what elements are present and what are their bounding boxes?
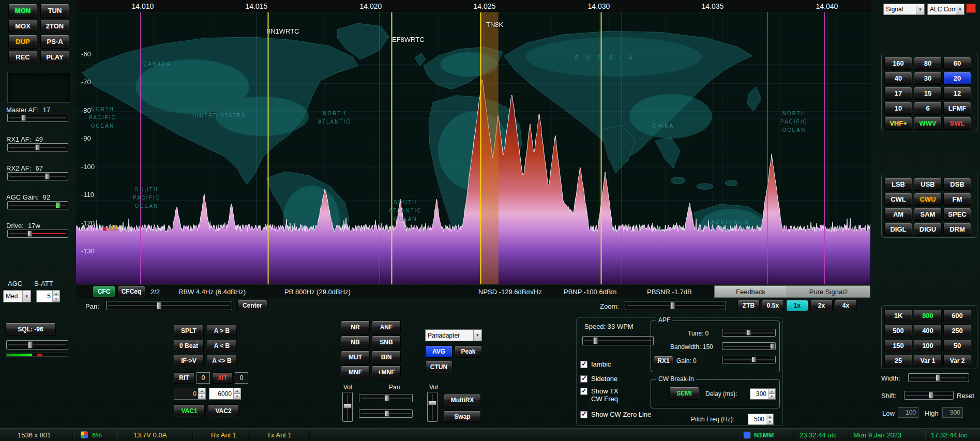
apf-tune-slider[interactable] [722,329,776,337]
band-30-button[interactable]: 30 [914,72,942,85]
master-af-slider[interactable] [7,114,68,122]
slider-thumb[interactable] [929,392,933,399]
tun-button[interactable]: TUN [40,4,69,18]
pitch-freq-spinner[interactable]: 500 [748,414,774,425]
b-to-a-button[interactable]: A < B [207,339,237,352]
drive-slider[interactable] [7,230,68,238]
slider-thumb[interactable] [936,374,940,381]
psa-button[interactable]: PS-A [40,35,69,49]
nb-button[interactable]: NB [341,336,370,348]
dup-button[interactable]: DUP [8,35,37,49]
spinner-arrows-icon[interactable] [198,388,205,399]
slider-thumb[interactable] [746,330,751,336]
agc-gain-slider[interactable] [7,201,68,209]
mute-button[interactable]: MUT [341,351,370,363]
mnf-button[interactable]: MNF [341,366,370,378]
a-swap-b-button[interactable]: A <> B [207,354,237,367]
panadapter-display[interactable]: NORTH PACIFIC OCEAN CANADA UNITED STATES… [76,12,871,284]
cfceq-button[interactable]: CFCeq [117,286,145,297]
filter-250-button[interactable]: 250 [943,324,971,337]
spinner-arrows-icon[interactable] [768,389,775,399]
rit-button[interactable]: RIT [174,372,194,384]
zoom-2x-button[interactable]: 2x [810,300,833,311]
semi-breakin-button[interactable]: SEMI [669,387,699,400]
rx-meter-select[interactable]: Signal [883,4,925,15]
mode-usb-button[interactable]: USB [914,178,942,191]
band-60-button[interactable]: 60 [943,57,971,70]
rx2-af-slider[interactable] [7,172,68,180]
mode-drm-button[interactable]: DRM [943,223,971,236]
band-lfmf-button[interactable]: LFMF [943,102,971,115]
mon-button[interactable]: MON [8,4,37,18]
band-swl-button[interactable]: SWL [943,117,971,130]
spectrum-canvas[interactable] [76,12,871,284]
mode-fm-button[interactable]: FM [943,193,971,206]
mode-am-button[interactable]: AM [884,208,912,221]
shift-slider[interactable] [904,391,954,400]
two-tone-button[interactable]: 2TON [40,19,69,33]
cw-speed-slider[interactable] [582,336,654,345]
filter-low-input[interactable]: 100 [898,407,918,418]
show-cw-zero-line-checkbox[interactable]: Show CW Zero Line [580,410,651,418]
mox-button[interactable]: MOX [8,19,37,33]
sql-button[interactable]: SQL: -96 [5,323,56,336]
pan-slider[interactable] [106,301,232,310]
slider-thumb[interactable] [21,115,26,121]
filter-400-button[interactable]: 400 [914,324,942,337]
shift-reset-button[interactable]: Reset [957,392,974,400]
filter-50-button[interactable]: 50 [943,339,971,352]
split-button[interactable]: SPLT [174,324,204,337]
a-to-b-button[interactable]: A > B [207,324,237,337]
rit-value[interactable]: 0 [197,372,210,384]
slider-thumb[interactable] [27,231,32,237]
band-15-button[interactable]: 15 [914,87,942,100]
swap-button[interactable]: Swap [444,410,481,423]
rec-button[interactable]: REC [8,50,37,64]
mode-spec-button[interactable]: SPEC [943,208,971,221]
anf-button[interactable]: ANF [372,321,401,333]
filter-high-input[interactable]: 900 [942,407,963,418]
station-label[interactable]: TN8K [486,21,503,28]
xit-button[interactable]: XIT [212,372,233,384]
filter-800-button[interactable]: 800 [914,309,942,322]
zoom-4x-button[interactable]: 4x [835,300,857,311]
slider-thumb[interactable] [670,302,675,309]
display-mode-select[interactable]: Panadapter [425,329,482,341]
iambic-checkbox[interactable]: Iambic [580,360,611,368]
puresignal2-button[interactable]: Pure Signal2 [787,286,870,297]
station-label[interactable]: EF8WRTC [392,36,425,43]
zoom-slider[interactable] [625,301,726,310]
band-20-button[interactable]: 20 [943,72,971,85]
center-button[interactable]: Center [237,300,267,311]
avg-button[interactable]: AVG [425,345,453,358]
station-label[interactable]: 8N1WRTC [267,27,299,35]
cfc-button[interactable]: CFC [93,286,115,297]
vol2-slider[interactable] [427,392,438,422]
mode-dsb-button[interactable]: DSB [943,178,971,191]
play-button[interactable]: PLAY [40,50,69,64]
filter-150-button[interactable]: 150 [884,339,912,352]
mode-lsb-button[interactable]: LSB [884,178,912,191]
slider-thumb[interactable] [385,395,389,401]
band-80-button[interactable]: 80 [914,57,942,70]
band-40-button[interactable]: 40 [884,72,912,85]
bin-button[interactable]: BIN [372,351,401,363]
vol1-slider[interactable] [342,392,353,422]
width-slider[interactable] [908,373,969,382]
spinner-arrows-icon[interactable] [233,388,240,399]
slider-thumb[interactable] [751,357,756,362]
show-tx-cw-freq-checkbox[interactable]: Show TX CW Freq [580,387,619,403]
filter-500-button[interactable]: 500 [884,324,912,337]
mode-cwu-button[interactable]: CWU [914,193,942,206]
slider-thumb[interactable] [593,337,598,344]
feedback-button[interactable]: Feedback [715,286,787,297]
band-vhf-button[interactable]: VHF+ [884,117,912,130]
rx1-af-slider[interactable] [7,143,68,151]
slider-thumb[interactable] [157,302,161,309]
ctun-button[interactable]: CTUN [425,361,453,373]
xit-value[interactable]: 0 [235,372,248,384]
band-10-button[interactable]: 10 [884,102,912,115]
mode-sam-button[interactable]: SAM [914,208,942,221]
snb-button[interactable]: SNB [372,336,401,348]
pan-rx2-slider[interactable] [359,409,413,418]
